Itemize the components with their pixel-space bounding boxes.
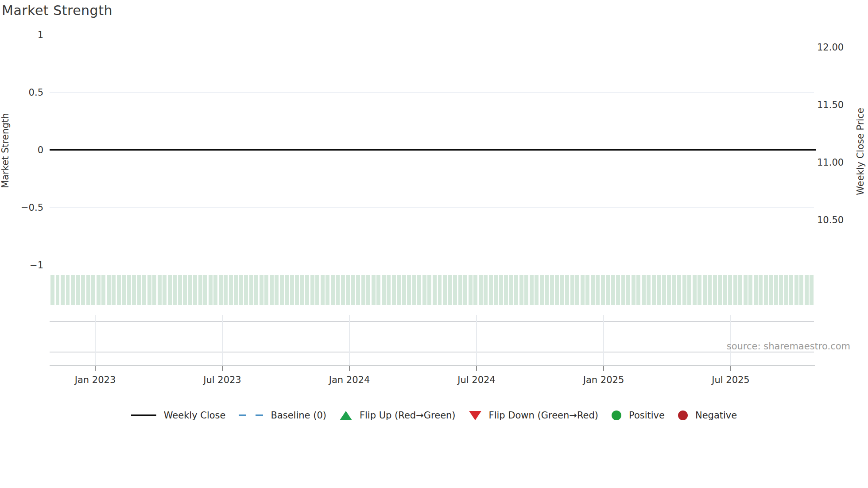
positive-week-bar xyxy=(142,275,146,305)
legend-item: Flip Down (Green→Red) xyxy=(469,410,598,421)
positive-week-bar xyxy=(117,275,121,305)
positive-week-bar xyxy=(744,275,748,305)
positive-week-bar xyxy=(315,275,319,305)
lower-panel-vertical-gridline xyxy=(730,315,731,366)
right-axis-tick-label: 11.00 xyxy=(817,158,844,167)
legend-label: Negative xyxy=(695,410,737,421)
legend-label: Weekly Close xyxy=(164,410,226,421)
positive-week-bar xyxy=(382,275,386,305)
right-axis-tick-label: 10.50 xyxy=(817,216,844,225)
positive-week-bar xyxy=(473,275,477,305)
positive-week-bar xyxy=(331,275,335,305)
positive-week-bar xyxy=(438,275,442,305)
positive-week-bar xyxy=(530,275,534,305)
positive-week-bar xyxy=(667,275,671,305)
positive-week-bar xyxy=(290,275,294,305)
positive-week-bar xyxy=(524,275,528,305)
x-axis-tick-mark xyxy=(730,366,731,371)
positive-week-bar xyxy=(407,275,411,305)
positive-week-bar xyxy=(698,275,701,305)
legend-label: Flip Down (Green→Red) xyxy=(489,410,598,421)
legend-item: Positive xyxy=(612,410,665,421)
legend-item: Weekly Close xyxy=(131,410,226,421)
positive-week-bar xyxy=(779,275,783,305)
left-axis-title: Market Strength xyxy=(0,106,11,195)
positive-week-bar xyxy=(295,275,299,305)
left-axis-tick-label: 0.5 xyxy=(29,88,43,97)
positive-week-bar xyxy=(122,275,126,305)
positive-week-bar xyxy=(550,275,554,305)
positive-week-bar xyxy=(127,275,131,305)
positive-week-bar xyxy=(687,275,691,305)
positive-week-bar xyxy=(249,275,253,305)
positive-week-bar xyxy=(657,275,661,305)
positive-week-bar xyxy=(387,275,391,305)
positive-week-bar xyxy=(422,275,426,305)
positive-week-bar xyxy=(264,275,268,305)
positive-week-bar xyxy=(412,275,416,305)
positive-week-bar xyxy=(565,275,569,305)
left-axis-tick-label: 1 xyxy=(38,31,43,40)
triangle-up-icon xyxy=(340,411,352,420)
positive-week-bar xyxy=(392,275,396,305)
positive-week-bar xyxy=(285,275,289,305)
legend-label: Baseline (0) xyxy=(271,410,326,421)
legend-item: Baseline (0) xyxy=(239,410,326,421)
left-axis-tick-label: −1 xyxy=(30,261,43,270)
positive-week-bar xyxy=(463,275,467,305)
positive-week-bar xyxy=(61,275,65,305)
x-axis-tick-mark xyxy=(95,366,96,371)
positive-week-bar xyxy=(433,275,437,305)
positive-week-bar xyxy=(616,275,620,305)
positive-week-bar xyxy=(198,275,202,305)
positive-week-bar xyxy=(66,275,70,305)
positive-week-bar xyxy=(91,275,95,305)
positive-week-bar xyxy=(132,275,136,305)
positive-week-bar xyxy=(178,275,182,305)
positive-week-bar xyxy=(774,275,778,305)
right-axis-title: Weekly Close Price xyxy=(855,105,866,198)
positive-week-bar xyxy=(545,275,549,305)
source-credit: source: sharemaestro.com xyxy=(727,341,850,352)
positive-week-bar xyxy=(417,275,421,305)
positive-week-bar xyxy=(708,275,712,305)
positive-week-bar xyxy=(112,275,116,305)
positive-week-bar xyxy=(97,275,101,305)
positive-week-bar xyxy=(560,275,564,305)
positive-week-bar xyxy=(621,275,625,305)
positive-week-bar xyxy=(764,275,768,305)
positive-week-bar xyxy=(152,275,156,305)
positive-week-bar xyxy=(326,275,329,305)
positive-week-bar xyxy=(310,275,314,305)
dash-segment xyxy=(239,414,246,416)
positive-week-bar xyxy=(728,275,732,305)
positive-week-bar xyxy=(158,275,162,305)
positive-week-bar xyxy=(805,275,809,305)
positive-week-bar xyxy=(260,275,264,305)
positive-week-bar xyxy=(71,275,75,305)
positive-week-bar xyxy=(672,275,676,305)
x-axis-tick-label: Jan 2023 xyxy=(75,375,116,385)
positive-week-bar xyxy=(50,275,54,305)
positive-week-bar xyxy=(147,275,151,305)
positive-week-bar xyxy=(458,275,462,305)
positive-week-bar xyxy=(570,275,574,305)
positive-week-bar xyxy=(748,275,752,305)
right-axis-tick-label: 11.50 xyxy=(817,101,844,110)
x-axis-tick-mark xyxy=(476,366,477,371)
positive-week-bar xyxy=(372,275,376,305)
positive-week-bar xyxy=(601,275,605,305)
positive-week-bar xyxy=(611,275,615,305)
lower-panel-vertical-gridline xyxy=(95,315,96,366)
x-axis-spine xyxy=(50,365,815,366)
positive-week-bar xyxy=(647,275,651,305)
positive-week-bar xyxy=(448,275,452,305)
positive-week-bar xyxy=(229,275,233,305)
positive-week-bar xyxy=(652,275,656,305)
positive-week-bar xyxy=(769,275,773,305)
positive-week-bar xyxy=(376,275,380,305)
chart-title: Market Strength xyxy=(2,3,112,18)
positive-week-bar xyxy=(479,275,483,305)
right-axis-tick-label: 12.00 xyxy=(817,43,844,52)
positive-week-bar xyxy=(718,275,722,305)
